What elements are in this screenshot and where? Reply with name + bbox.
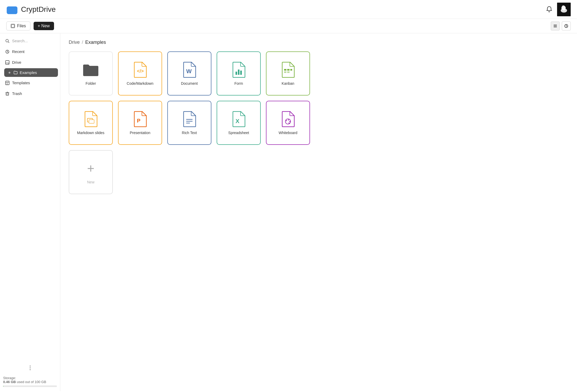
search-placeholder: Search... [12, 39, 28, 43]
card-presentation[interactable]: P Presentation [118, 101, 162, 145]
svg-text:</>: </> [137, 68, 144, 74]
storage-info: Storage: 0.46 GB used out of 100 GB [3, 376, 57, 387]
svg-rect-27 [6, 93, 9, 95]
card-kanban[interactable]: Kanban [266, 51, 310, 96]
templates-label: Templates [12, 81, 30, 85]
sidebar-item-trash[interactable]: Trash [2, 89, 58, 98]
notification-icon[interactable] [546, 6, 553, 13]
trash-label: Trash [12, 91, 22, 96]
rich-text-label: Rich Text [182, 131, 197, 135]
toolbar-view-controls [551, 22, 571, 30]
svg-point-53 [288, 123, 290, 124]
svg-point-51 [288, 119, 289, 120]
svg-rect-39 [290, 69, 292, 71]
files-icon [11, 24, 15, 28]
drive-icon-sidebar [5, 60, 9, 65]
files-button[interactable]: Files [6, 22, 30, 30]
header: CryptDrive [0, 0, 577, 19]
card-markdown-slides[interactable]: Markdown slides [69, 101, 113, 145]
svg-rect-38 [287, 69, 290, 71]
recent-icon [5, 50, 9, 54]
whiteboard-label: Whiteboard [279, 131, 297, 135]
svg-point-18 [6, 39, 8, 42]
user-avatar[interactable] [557, 3, 571, 16]
document-grid: Folder </> Code/Markdown [69, 51, 569, 194]
svg-rect-24 [6, 81, 9, 85]
sidebar-more-dots[interactable] [30, 365, 31, 370]
folder-label: Folder [86, 81, 96, 86]
svg-rect-40 [284, 71, 286, 73]
tree-item-examples[interactable]: ⊕ Examples [4, 68, 58, 77]
folder-card-icon [82, 61, 99, 78]
card-form[interactable]: Form [217, 51, 261, 96]
breadcrumb-root[interactable]: Drive [69, 40, 80, 45]
svg-rect-35 [238, 70, 239, 75]
sidebar-item-drive[interactable]: Drive [2, 57, 58, 67]
templates-icon [5, 81, 9, 85]
storage-used: 0.46 GB [3, 380, 16, 384]
document-card-icon: W [181, 61, 198, 78]
drive-label: Drive [12, 60, 21, 65]
code-card-icon: </> [132, 61, 148, 78]
svg-rect-2 [9, 9, 10, 10]
folder-icon-tree [14, 71, 18, 75]
main-layout: Search... Recent Drive ⊕ [0, 33, 577, 391]
new-card-label: New [87, 180, 94, 184]
svg-rect-34 [236, 72, 237, 75]
document-label: Document [181, 81, 198, 86]
storage-sep: used out of [17, 380, 34, 384]
sidebar-item-templates[interactable]: Templates [2, 78, 58, 88]
app-title: CryptDrive [21, 5, 56, 14]
content-area: Drive / Examples Folder [60, 33, 577, 391]
breadcrumb: Drive / Examples [69, 40, 569, 45]
header-actions [546, 3, 571, 16]
card-new[interactable]: + New [69, 150, 113, 194]
form-label: Form [234, 81, 243, 86]
new-button[interactable]: + New [34, 22, 54, 30]
spreadsheet-label: Spreadsheet [228, 131, 249, 135]
history-button[interactable] [562, 22, 571, 30]
examples-label: Examples [20, 70, 37, 75]
card-spreadsheet[interactable]: X Spreadsheet [217, 101, 261, 145]
svg-point-52 [289, 121, 290, 122]
card-whiteboard[interactable]: Whiteboard [266, 101, 310, 145]
svg-point-23 [8, 63, 9, 64]
toolbar: Files + New [0, 19, 577, 33]
list-view-button[interactable] [551, 22, 560, 30]
code-markdown-label: Code/Markdown [127, 81, 153, 86]
breadcrumb-current: Examples [85, 40, 106, 45]
card-folder[interactable]: Folder [69, 51, 113, 96]
kanban-card-icon [280, 61, 296, 78]
card-code-markdown[interactable]: </> Code/Markdown [118, 51, 162, 96]
card-document[interactable]: W Document [167, 51, 211, 96]
files-label: Files [17, 24, 26, 28]
tree-expand-icon: ⊕ [7, 71, 12, 75]
drive-icon [6, 4, 18, 15]
new-label: + New [38, 24, 50, 28]
svg-text:P: P [137, 118, 140, 124]
recent-label: Recent [12, 49, 25, 54]
trash-icon [5, 92, 9, 96]
svg-point-50 [286, 120, 287, 121]
spreadsheet-card-icon: X [230, 111, 247, 128]
svg-rect-43 [89, 120, 94, 123]
slides-card-icon [82, 111, 99, 128]
card-rich-text[interactable]: Rich Text [167, 101, 211, 145]
svg-text:X: X [236, 118, 239, 124]
presentation-card-icon: P [132, 111, 148, 128]
svg-line-19 [8, 42, 9, 43]
svg-text:W: W [186, 68, 192, 75]
search-bar[interactable]: Search... [2, 36, 58, 46]
svg-rect-36 [240, 71, 242, 75]
svg-rect-37 [284, 69, 286, 71]
history-icon [564, 24, 568, 28]
whiteboard-card-icon [280, 111, 296, 128]
storage-bar [3, 385, 57, 387]
richtext-card-icon [181, 111, 198, 128]
kanban-label: Kanban [282, 81, 294, 86]
plus-icon: + [87, 162, 94, 175]
storage-total: 100 GB [35, 380, 46, 384]
sidebar-item-recent[interactable]: Recent [2, 47, 58, 56]
storage-label: Storage: [3, 376, 16, 380]
logo: CryptDrive [6, 4, 56, 15]
